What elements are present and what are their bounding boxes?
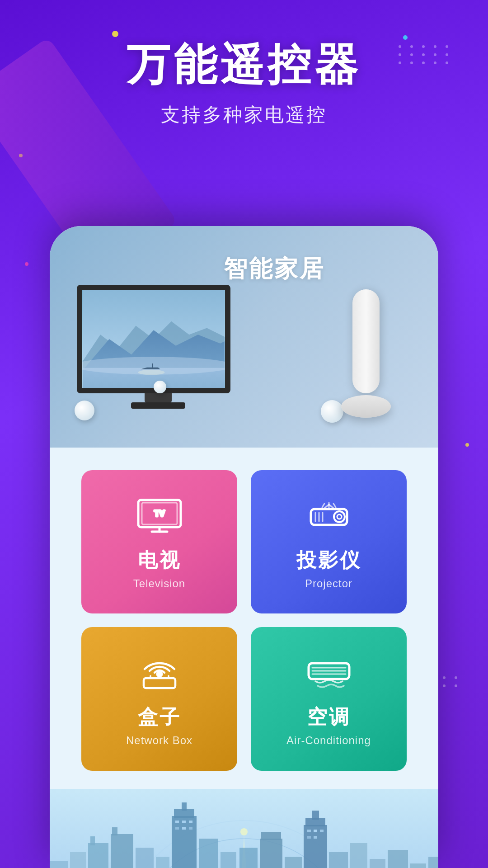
svg-rect-46 <box>175 827 179 830</box>
device-card-network-box[interactable]: 盒子 Network Box <box>81 627 237 770</box>
svg-rect-69 <box>410 863 426 868</box>
device-card-projector[interactable]: 投影仪 Projector <box>251 470 407 613</box>
svg-rect-35 <box>90 836 95 845</box>
tv-name-en: Television <box>133 577 185 590</box>
svg-line-20 <box>333 504 336 507</box>
network-box-name-en: Network Box <box>126 734 192 747</box>
tv-icon: TV <box>130 493 189 538</box>
svg-rect-62 <box>320 830 324 832</box>
fan-illustration <box>339 289 393 434</box>
svg-point-11 <box>334 511 345 522</box>
sphere-decoration <box>75 401 94 420</box>
svg-rect-40 <box>172 816 197 868</box>
svg-rect-48 <box>189 827 192 830</box>
svg-rect-38 <box>136 848 154 868</box>
projector-name-zh: 投影仪 <box>296 547 361 574</box>
ac-icon <box>300 650 358 695</box>
svg-rect-59 <box>312 811 319 820</box>
tv-base <box>131 402 185 409</box>
fan-body <box>352 289 380 393</box>
svg-rect-63 <box>307 836 311 839</box>
svg-rect-50 <box>221 852 236 868</box>
svg-rect-70 <box>428 857 438 868</box>
city-skyline <box>50 789 438 868</box>
smart-home-banner: 智能家居 <box>50 226 438 448</box>
svg-text:TV: TV <box>154 509 164 518</box>
svg-rect-43 <box>175 821 179 823</box>
network-box-icon <box>130 650 189 695</box>
svg-rect-49 <box>199 839 218 868</box>
svg-rect-44 <box>182 821 186 823</box>
svg-rect-64 <box>314 836 317 839</box>
svg-rect-33 <box>70 852 86 868</box>
ac-name-zh: 空调 <box>307 704 351 731</box>
svg-rect-37 <box>112 827 117 835</box>
device-grid-area: TV 电视 Television <box>50 448 438 789</box>
projector-name-en: Projector <box>305 577 352 590</box>
svg-rect-42 <box>182 802 187 811</box>
svg-point-21 <box>157 672 162 676</box>
svg-rect-36 <box>111 834 133 868</box>
tv-stand <box>145 393 172 402</box>
svg-rect-32 <box>50 861 68 868</box>
fan-base <box>341 395 391 418</box>
svg-rect-34 <box>88 843 108 868</box>
phone-mockup: 智能家居 <box>50 226 438 868</box>
tv-illustration <box>77 285 239 429</box>
svg-rect-56 <box>285 857 302 868</box>
projector-icon <box>300 493 358 538</box>
svg-rect-60 <box>307 830 311 832</box>
svg-rect-22 <box>144 678 175 688</box>
tv-screen <box>77 285 230 393</box>
svg-rect-66 <box>350 843 367 868</box>
app-title: 万能遥控器 <box>0 41 488 89</box>
tv-name-zh: 电视 <box>138 547 181 574</box>
svg-rect-65 <box>329 852 348 868</box>
svg-rect-67 <box>370 859 385 868</box>
svg-rect-55 <box>261 832 281 840</box>
svg-rect-68 <box>388 850 408 868</box>
svg-point-52 <box>240 828 248 835</box>
banner-title: 智能家居 <box>224 253 325 285</box>
svg-point-4 <box>138 370 165 375</box>
svg-rect-61 <box>314 830 317 832</box>
device-card-tv[interactable]: TV 电视 Television <box>81 470 237 613</box>
device-card-ac[interactable]: 空调 Air-Conditioning <box>251 627 407 770</box>
svg-point-12 <box>337 514 342 519</box>
svg-rect-54 <box>260 839 282 868</box>
app-subtitle: 支持多种家电遥控 <box>0 102 488 127</box>
ac-name-en: Air-Conditioning <box>286 734 371 747</box>
device-grid: TV 电视 Television <box>81 470 407 771</box>
svg-line-19 <box>322 504 324 507</box>
header: 万能遥控器 支持多种家电遥控 <box>0 0 488 127</box>
svg-rect-39 <box>156 857 169 868</box>
svg-rect-47 <box>182 827 186 830</box>
svg-rect-45 <box>189 821 192 823</box>
svg-rect-53 <box>239 848 258 868</box>
network-box-name-zh: 盒子 <box>138 704 181 731</box>
sphere-decoration-2 <box>154 381 166 393</box>
